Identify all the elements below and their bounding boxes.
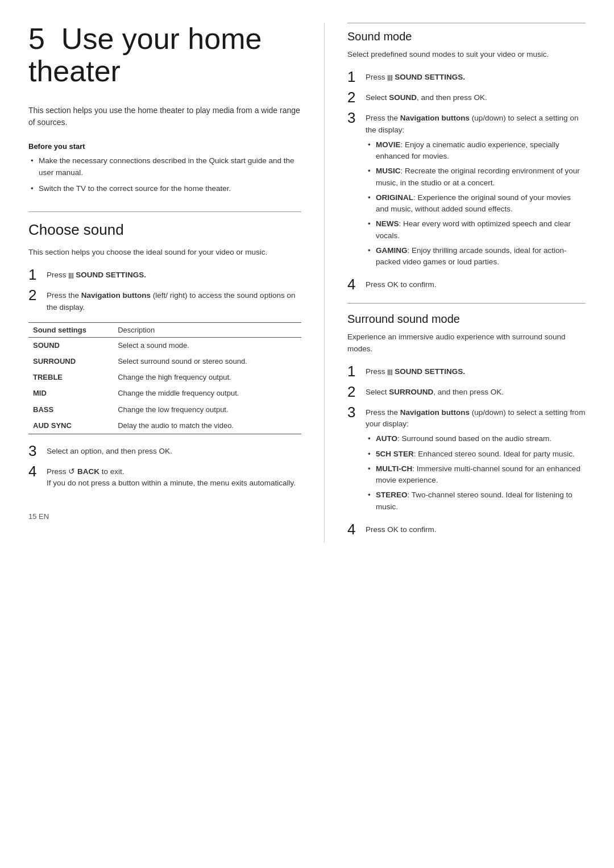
table-header-setting: Sound settings xyxy=(28,322,113,337)
table-row: MIDChange the middle frequency output. xyxy=(28,385,301,401)
table-cell-description: Select surround sound or stereo sound. xyxy=(113,354,301,369)
surround-step1: 1 Press ||| SOUND SETTINGS. xyxy=(347,364,586,379)
table-header-description: Description xyxy=(113,322,301,337)
list-item: NEWS: Hear every word with optimized spe… xyxy=(366,218,586,242)
table-row: SOUNDSelect a sound mode. xyxy=(28,337,301,354)
surround-mode-bullets: AUTO: Surround sound based on the audio … xyxy=(366,433,586,513)
sound-settings-icon-sur: ||| xyxy=(387,368,392,375)
surround-step4: 4 Press OK to confirm. xyxy=(347,522,586,537)
sound-settings-icon-sm: ||| xyxy=(387,74,392,81)
sm-step4-text: Press OK to confirm. xyxy=(366,277,437,290)
sur-step1-text: Press ||| SOUND SETTINGS. xyxy=(366,364,465,377)
sound-mode-step2: 2 Select SOUND, and then press OK. xyxy=(347,90,586,105)
before-start-label: Before you start xyxy=(28,142,301,151)
right-divider-top xyxy=(347,23,586,23)
step-number-4: 4 xyxy=(28,464,47,479)
choose-sound-step2: 2 Press the Navigation buttons (left/ ri… xyxy=(28,288,301,313)
sm-step3-text: Press the Navigation buttons (up/down) t… xyxy=(366,110,586,271)
language-label: EN xyxy=(39,512,49,521)
table-cell-setting: TREBLE xyxy=(28,369,113,385)
chapter-title: 5 Use your home theater xyxy=(28,23,301,88)
sur-step-number-3: 3 xyxy=(347,405,366,420)
sm-step-number-3: 3 xyxy=(347,110,366,125)
table-cell-setting: SOUND xyxy=(28,337,113,354)
sm-step2-text: Select SOUND, and then press OK. xyxy=(366,90,487,103)
choose-sound-intro: This section helps you choose the ideal … xyxy=(28,247,301,258)
surround-step3: 3 Press the Navigation buttons (up/down)… xyxy=(347,405,586,516)
choose-sound-step1: 1 Press ||| SOUND SETTINGS. xyxy=(28,267,301,282)
sound-mode-step4: 4 Press OK to confirm. xyxy=(347,277,586,292)
table-cell-setting: SURROUND xyxy=(28,354,113,369)
list-item: AUTO: Surround sound based on the audio … xyxy=(366,433,586,445)
table-row: SURROUNDSelect surround sound or stereo … xyxy=(28,354,301,369)
sur-step2-text: Select SURROUND, and then press OK. xyxy=(366,384,504,398)
sur-step-number-1: 1 xyxy=(347,364,366,379)
back-icon: ↺ xyxy=(68,467,75,476)
surround-mode-title: Surround sound mode xyxy=(347,313,586,326)
surround-step2: 2 Select SURROUND, and then press OK. xyxy=(347,384,586,399)
step-number-3: 3 xyxy=(28,443,47,458)
table-cell-setting: AUD SYNC xyxy=(28,418,113,434)
sound-mode-step3: 3 Press the Navigation buttons (up/down)… xyxy=(347,110,586,271)
page-footer: 15 EN xyxy=(28,512,301,521)
list-item: STEREO: Two-channel stereo sound. Ideal … xyxy=(366,489,586,513)
list-item: MOVIE: Enjoy a cinematic audio experienc… xyxy=(366,139,586,163)
table-cell-description: Change the middle frequency output. xyxy=(113,385,301,401)
sm-step-number-1: 1 xyxy=(347,69,366,84)
chapter-title-text: Use your home theater xyxy=(28,22,262,88)
list-item: ORIGINAL: Experience the original sound … xyxy=(366,192,586,215)
surround-divider xyxy=(347,303,586,304)
table-cell-description: Delay the audio to match the video. xyxy=(113,418,301,434)
list-item: GAMING: Enjoy thrilling arcade sounds, i… xyxy=(366,245,586,268)
table-cell-setting: MID xyxy=(28,385,113,401)
choose-sound-step3: 3 Select an option, and then press OK. xyxy=(28,443,301,458)
chapter-number: 5 xyxy=(28,22,45,55)
page-number: 15 xyxy=(28,512,36,521)
table-cell-setting: BASS xyxy=(28,402,113,418)
sur-step-number-4: 4 xyxy=(347,522,366,537)
left-column: 5 Use your home theater This section hel… xyxy=(28,23,301,542)
sound-mode-title: Sound mode xyxy=(347,30,586,43)
sm-step1-text: Press ||| SOUND SETTINGS. xyxy=(366,69,465,83)
surround-mode-intro: Experience an immersive audio experience… xyxy=(347,331,586,355)
table-row: TREBLEChange the high frequency output. xyxy=(28,369,301,385)
table-row: AUD SYNCDelay the audio to match the vid… xyxy=(28,418,301,434)
sur-step-number-2: 2 xyxy=(347,384,366,399)
sound-mode-bullets: MOVIE: Enjoy a cinematic audio experienc… xyxy=(366,139,586,268)
sound-settings-table: Sound settings Description SOUNDSelect a… xyxy=(28,322,301,434)
step3-text: Select an option, and then press OK. xyxy=(47,443,172,457)
table-cell-description: Select a sound mode. xyxy=(113,337,301,354)
list-item: MUSIC: Recreate the original recording e… xyxy=(366,165,586,189)
step4-text: Press ↺ BACK to exit. If you do not pres… xyxy=(47,464,296,489)
right-column: Sound mode Select predefined sound modes… xyxy=(324,23,586,542)
sm-step-number-4: 4 xyxy=(347,277,366,292)
table-row: BASSChange the low frequency output. xyxy=(28,402,301,418)
sm-step-number-2: 2 xyxy=(347,90,366,105)
choose-sound-step4: 4 Press ↺ BACK to exit. If you do not pr… xyxy=(28,464,301,489)
sur-step3-text: Press the Navigation buttons (up/down) t… xyxy=(366,405,586,516)
table-cell-description: Change the high frequency output. xyxy=(113,369,301,385)
choose-sound-title: Choose sound xyxy=(28,221,301,239)
step2-text: Press the Navigation buttons (left/ righ… xyxy=(47,288,301,313)
step-number-1: 1 xyxy=(28,267,47,282)
list-item: Switch the TV to the correct source for … xyxy=(28,183,301,194)
sound-settings-icon: ||| xyxy=(68,272,73,279)
step1-text: Press ||| SOUND SETTINGS. xyxy=(47,267,146,281)
step-number-2: 2 xyxy=(28,288,47,302)
sound-mode-intro: Select predefined sound modes to suit yo… xyxy=(347,49,586,60)
list-item: Make the necessary connections described… xyxy=(28,155,301,178)
table-cell-description: Change the low frequency output. xyxy=(113,402,301,418)
list-item: 5CH STER: Enhanced stereo sound. Ideal f… xyxy=(366,448,586,460)
chapter-intro: This section helps you use the home thea… xyxy=(28,105,301,128)
list-item: MULTI-CH: Immersive multi-channel sound … xyxy=(366,463,586,487)
before-start-list: Make the necessary connections described… xyxy=(28,155,301,194)
section-divider xyxy=(28,211,301,212)
sur-step4-text: Press OK to confirm. xyxy=(366,522,437,535)
sound-mode-step1: 1 Press ||| SOUND SETTINGS. xyxy=(347,69,586,84)
